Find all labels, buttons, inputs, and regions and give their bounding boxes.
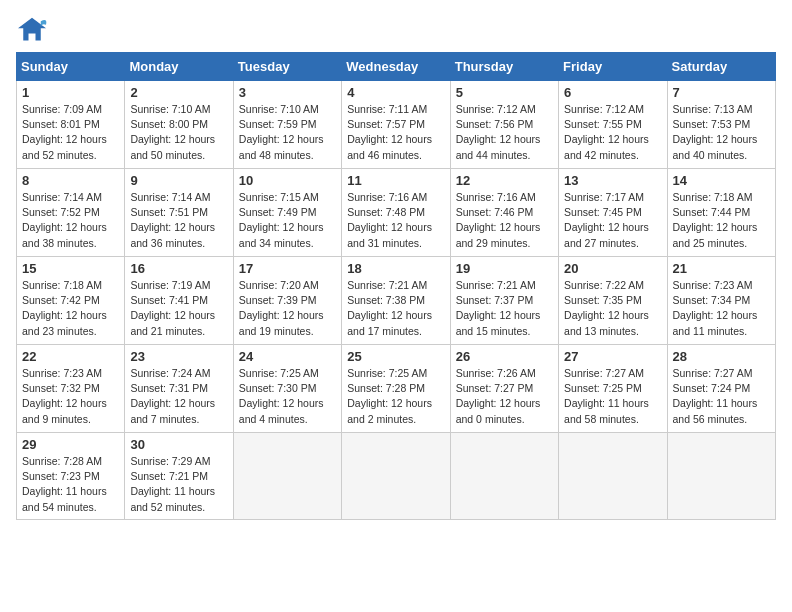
daylight-label: Daylight: 12 hours and 25 minutes. — [673, 221, 758, 248]
calendar-week-3: 22 Sunrise: 7:23 AM Sunset: 7:32 PM Dayl… — [17, 345, 776, 433]
calendar-cell: 15 Sunrise: 7:18 AM Sunset: 7:42 PM Dayl… — [17, 257, 125, 345]
calendar-cell: 14 Sunrise: 7:18 AM Sunset: 7:44 PM Dayl… — [667, 169, 775, 257]
weekday-header-saturday: Saturday — [667, 53, 775, 81]
daylight-label: Daylight: 12 hours and 13 minutes. — [564, 309, 649, 336]
daylight-label: Daylight: 12 hours and 21 minutes. — [130, 309, 215, 336]
cell-info: Sunrise: 7:25 AM Sunset: 7:30 PM Dayligh… — [239, 366, 336, 427]
calendar-table: SundayMondayTuesdayWednesdayThursdayFrid… — [16, 52, 776, 520]
calendar-cell: 23 Sunrise: 7:24 AM Sunset: 7:31 PM Dayl… — [125, 345, 233, 433]
sunset-label: Sunset: 7:49 PM — [239, 206, 317, 218]
calendar-cell: 9 Sunrise: 7:14 AM Sunset: 7:51 PM Dayli… — [125, 169, 233, 257]
day-number: 23 — [130, 349, 227, 364]
sunset-label: Sunset: 7:56 PM — [456, 118, 534, 130]
daylight-label: Daylight: 12 hours and 34 minutes. — [239, 221, 324, 248]
sunrise-label: Sunrise: 7:27 AM — [564, 367, 644, 379]
day-number: 17 — [239, 261, 336, 276]
sunrise-label: Sunrise: 7:29 AM — [130, 455, 210, 467]
daylight-label: Daylight: 12 hours and 42 minutes. — [564, 133, 649, 160]
cell-info: Sunrise: 7:18 AM Sunset: 7:44 PM Dayligh… — [673, 190, 770, 251]
sunrise-label: Sunrise: 7:14 AM — [22, 191, 102, 203]
calendar-cell: 6 Sunrise: 7:12 AM Sunset: 7:55 PM Dayli… — [559, 81, 667, 169]
day-number: 9 — [130, 173, 227, 188]
daylight-label: Daylight: 11 hours and 58 minutes. — [564, 397, 649, 424]
calendar-cell — [233, 433, 341, 520]
weekday-header-tuesday: Tuesday — [233, 53, 341, 81]
sunset-label: Sunset: 7:44 PM — [673, 206, 751, 218]
daylight-label: Daylight: 12 hours and 2 minutes. — [347, 397, 432, 424]
day-number: 11 — [347, 173, 444, 188]
day-number: 21 — [673, 261, 770, 276]
calendar-cell: 28 Sunrise: 7:27 AM Sunset: 7:24 PM Dayl… — [667, 345, 775, 433]
sunrise-label: Sunrise: 7:12 AM — [456, 103, 536, 115]
sunset-label: Sunset: 7:23 PM — [22, 470, 100, 482]
sunset-label: Sunset: 7:41 PM — [130, 294, 208, 306]
daylight-label: Daylight: 12 hours and 0 minutes. — [456, 397, 541, 424]
cell-info: Sunrise: 7:14 AM Sunset: 7:51 PM Dayligh… — [130, 190, 227, 251]
day-number: 10 — [239, 173, 336, 188]
sunrise-label: Sunrise: 7:25 AM — [347, 367, 427, 379]
sunset-label: Sunset: 7:52 PM — [22, 206, 100, 218]
cell-info: Sunrise: 7:09 AM Sunset: 8:01 PM Dayligh… — [22, 102, 119, 163]
calendar-cell: 27 Sunrise: 7:27 AM Sunset: 7:25 PM Dayl… — [559, 345, 667, 433]
sunset-label: Sunset: 8:01 PM — [22, 118, 100, 130]
daylight-label: Daylight: 12 hours and 29 minutes. — [456, 221, 541, 248]
day-number: 7 — [673, 85, 770, 100]
sunset-label: Sunset: 7:24 PM — [673, 382, 751, 394]
day-number: 25 — [347, 349, 444, 364]
calendar-cell: 11 Sunrise: 7:16 AM Sunset: 7:48 PM Dayl… — [342, 169, 450, 257]
cell-info: Sunrise: 7:14 AM Sunset: 7:52 PM Dayligh… — [22, 190, 119, 251]
cell-info: Sunrise: 7:17 AM Sunset: 7:45 PM Dayligh… — [564, 190, 661, 251]
daylight-label: Daylight: 11 hours and 56 minutes. — [673, 397, 758, 424]
sunrise-label: Sunrise: 7:22 AM — [564, 279, 644, 291]
sunrise-label: Sunrise: 7:25 AM — [239, 367, 319, 379]
day-number: 2 — [130, 85, 227, 100]
cell-info: Sunrise: 7:21 AM Sunset: 7:38 PM Dayligh… — [347, 278, 444, 339]
daylight-label: Daylight: 12 hours and 15 minutes. — [456, 309, 541, 336]
day-number: 6 — [564, 85, 661, 100]
sunrise-label: Sunrise: 7:26 AM — [456, 367, 536, 379]
sunrise-label: Sunrise: 7:16 AM — [456, 191, 536, 203]
calendar-cell: 4 Sunrise: 7:11 AM Sunset: 7:57 PM Dayli… — [342, 81, 450, 169]
sunset-label: Sunset: 7:21 PM — [130, 470, 208, 482]
sunrise-label: Sunrise: 7:28 AM — [22, 455, 102, 467]
sunset-label: Sunset: 7:51 PM — [130, 206, 208, 218]
calendar-cell: 16 Sunrise: 7:19 AM Sunset: 7:41 PM Dayl… — [125, 257, 233, 345]
sunrise-label: Sunrise: 7:13 AM — [673, 103, 753, 115]
sunrise-label: Sunrise: 7:23 AM — [22, 367, 102, 379]
calendar-cell: 24 Sunrise: 7:25 AM Sunset: 7:30 PM Dayl… — [233, 345, 341, 433]
cell-info: Sunrise: 7:16 AM Sunset: 7:48 PM Dayligh… — [347, 190, 444, 251]
cell-info: Sunrise: 7:12 AM Sunset: 7:55 PM Dayligh… — [564, 102, 661, 163]
sunset-label: Sunset: 7:30 PM — [239, 382, 317, 394]
daylight-label: Daylight: 12 hours and 23 minutes. — [22, 309, 107, 336]
weekday-header-friday: Friday — [559, 53, 667, 81]
sunrise-label: Sunrise: 7:10 AM — [130, 103, 210, 115]
daylight-label: Daylight: 12 hours and 46 minutes. — [347, 133, 432, 160]
daylight-label: Daylight: 12 hours and 4 minutes. — [239, 397, 324, 424]
calendar-cell — [450, 433, 558, 520]
cell-info: Sunrise: 7:27 AM Sunset: 7:25 PM Dayligh… — [564, 366, 661, 427]
sunrise-label: Sunrise: 7:11 AM — [347, 103, 427, 115]
sunset-label: Sunset: 7:28 PM — [347, 382, 425, 394]
calendar-cell: 18 Sunrise: 7:21 AM Sunset: 7:38 PM Dayl… — [342, 257, 450, 345]
cell-info: Sunrise: 7:25 AM Sunset: 7:28 PM Dayligh… — [347, 366, 444, 427]
day-number: 16 — [130, 261, 227, 276]
sunrise-label: Sunrise: 7:21 AM — [456, 279, 536, 291]
sunrise-label: Sunrise: 7:12 AM — [564, 103, 644, 115]
calendar-cell — [342, 433, 450, 520]
sunrise-label: Sunrise: 7:18 AM — [22, 279, 102, 291]
day-number: 24 — [239, 349, 336, 364]
calendar-cell: 3 Sunrise: 7:10 AM Sunset: 7:59 PM Dayli… — [233, 81, 341, 169]
cell-info: Sunrise: 7:10 AM Sunset: 7:59 PM Dayligh… — [239, 102, 336, 163]
calendar-cell — [559, 433, 667, 520]
sunset-label: Sunset: 7:45 PM — [564, 206, 642, 218]
cell-info: Sunrise: 7:12 AM Sunset: 7:56 PM Dayligh… — [456, 102, 553, 163]
sunrise-label: Sunrise: 7:14 AM — [130, 191, 210, 203]
sunrise-label: Sunrise: 7:15 AM — [239, 191, 319, 203]
weekday-header-monday: Monday — [125, 53, 233, 81]
sunrise-label: Sunrise: 7:20 AM — [239, 279, 319, 291]
calendar-week-4: 29 Sunrise: 7:28 AM Sunset: 7:23 PM Dayl… — [17, 433, 776, 520]
sunset-label: Sunset: 7:57 PM — [347, 118, 425, 130]
calendar-cell: 10 Sunrise: 7:15 AM Sunset: 7:49 PM Dayl… — [233, 169, 341, 257]
calendar-week-1: 8 Sunrise: 7:14 AM Sunset: 7:52 PM Dayli… — [17, 169, 776, 257]
sunset-label: Sunset: 7:38 PM — [347, 294, 425, 306]
